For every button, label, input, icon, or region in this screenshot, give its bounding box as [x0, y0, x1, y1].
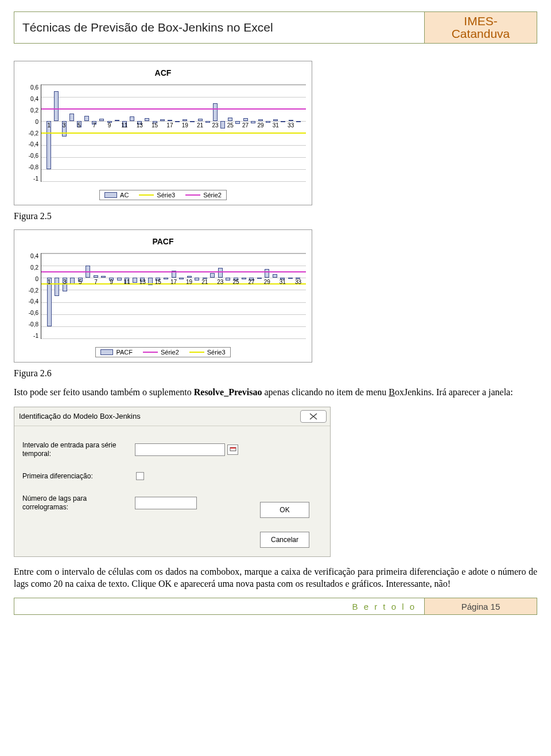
acf-yaxis: 0,60,40,20-0,2-0,4-0,6-0,8-1: [20, 84, 41, 182]
figure-caption-25: Figura 2.5: [14, 211, 537, 221]
legend-label: Série3: [157, 192, 175, 198]
pacf-plot: 13579111315171921232527293133: [41, 253, 306, 339]
legend-label: Série3: [207, 349, 226, 356]
acf-plot: 13579111315171921232527293133: [41, 84, 306, 182]
pacf-chart: PACF 0,40,20-0,2-0,4-0,6-0,8-1 135791113…: [14, 229, 312, 363]
refedit-button[interactable]: [227, 445, 238, 455]
para1-b: apenas clicando no item de menu: [262, 387, 389, 397]
footer-author: B e r t o l o: [14, 598, 424, 614]
para1-c: oxJenkins. Irá aparecer a janela:: [395, 387, 513, 397]
diff-checkbox[interactable]: [136, 472, 144, 480]
legend-item-pacf: PACF: [100, 349, 133, 356]
legend-label: AC: [120, 192, 129, 198]
interval-input[interactable]: [135, 443, 225, 456]
label-interval: Intervalo de entrada para série temporal…: [22, 441, 131, 458]
dialog-titlebar: Identificação do Modelo Box-Jenkins: [14, 407, 330, 426]
paragraph-intro: Isto pode ser feito usando também o supl…: [14, 387, 537, 399]
boxjenkins-dialog: Identificação do Modelo Box-Jenkins Inte…: [14, 407, 331, 557]
line-swatch-icon: [185, 194, 200, 196]
para1-u: B: [389, 387, 395, 397]
ok-label: OK: [280, 506, 289, 514]
acf-chart-title: ACF: [20, 68, 306, 77]
close-button[interactable]: [300, 410, 327, 423]
svg-rect-1: [230, 447, 236, 449]
label-lags: Número de lags para correlogramas:: [22, 494, 131, 512]
legend-item-ac: AC: [104, 192, 129, 198]
cancel-label: Cancelar: [271, 536, 298, 544]
legend-item-serie3: Série3: [139, 192, 175, 198]
header-box: Técnicas de Previsão de Box-Jenkins no E…: [14, 11, 537, 44]
label-diff: Primeira diferenciação:: [22, 472, 131, 481]
org-badge: IMES- Catanduva: [424, 12, 537, 43]
line-swatch-icon: [189, 352, 204, 353]
legend-item-serie3: Série3: [189, 349, 226, 356]
lags-input[interactable]: [135, 497, 197, 509]
ok-button[interactable]: OK: [260, 502, 309, 518]
legend-item-serie2: Série2: [143, 349, 179, 356]
acf-legend: AC Série3 Série2: [99, 190, 227, 200]
org-line1: IMES-: [464, 15, 497, 28]
refedit-icon: [230, 447, 236, 453]
legend-label: Série2: [203, 192, 222, 198]
footer-page: Página 15: [424, 598, 537, 614]
bar-swatch-icon: [104, 192, 117, 198]
acf-chart: ACF 0,60,40,20-0,2-0,4-0,6-0,8-1 1357911…: [14, 61, 312, 205]
legend-label: PACF: [116, 349, 133, 356]
legend-label: Série2: [161, 349, 179, 356]
legend-item-serie2: Série2: [185, 192, 222, 198]
close-icon: [309, 413, 318, 420]
footer-box: B e r t o l o Página 15: [14, 598, 537, 615]
para1-bold: Resolve_Previsao: [194, 387, 262, 397]
dialog-title: Identificação do Modelo Box-Jenkins: [19, 412, 141, 420]
doc-title: Técnicas de Previsão de Box-Jenkins no E…: [14, 12, 424, 43]
figure-caption-26: Figura 2.6: [14, 368, 537, 379]
pacf-yaxis: 0,40,20-0,2-0,4-0,6-0,8-1: [20, 253, 41, 339]
paragraph-instructions: Entre com o intervalo de células com os …: [14, 566, 537, 590]
line-swatch-icon: [139, 194, 154, 196]
bar-swatch-icon: [100, 349, 113, 355]
pacf-legend: PACF Série2 Série3: [95, 347, 230, 357]
para1-a: Isto pode ser feito usando também o supl…: [14, 387, 194, 397]
cancel-button[interactable]: Cancelar: [260, 532, 309, 548]
org-line2: Catanduva: [452, 28, 510, 40]
line-swatch-icon: [143, 352, 158, 353]
pacf-chart-title: PACF: [20, 237, 306, 246]
